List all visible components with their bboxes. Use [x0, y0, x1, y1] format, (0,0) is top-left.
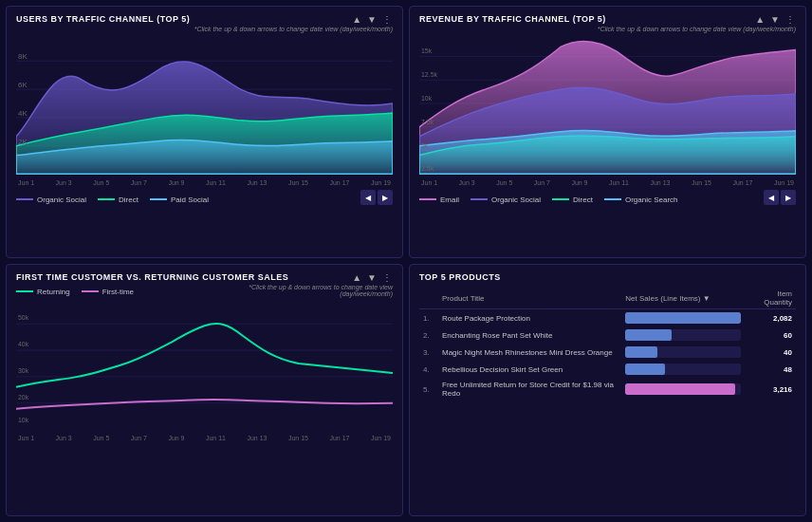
svg-text:4K: 4K	[18, 109, 28, 118]
revenue-traffic-controls: ▲ ▼ ⋮	[754, 14, 796, 25]
users-traffic-chart: 8K 6K 4K 2K	[16, 32, 393, 175]
svg-text:6K: 6K	[18, 81, 28, 89]
users-traffic-note: *Click the up & down arrows to change da…	[16, 26, 393, 32]
legend-returning: Returning	[16, 286, 70, 297]
revenue-down-btn[interactable]: ▼	[769, 14, 781, 25]
up-arrow-btn[interactable]: ▲	[351, 14, 362, 25]
fr-chart: 50k 40k 30k 20k 10k	[16, 297, 393, 430]
svg-text:10k: 10k	[18, 417, 29, 423]
fr-note: *Click the up & down arrows to change da…	[241, 284, 393, 297]
svg-text:2K: 2K	[18, 138, 28, 146]
table-row: 1. Route Package Protection 2,082	[419, 309, 796, 327]
revenue-traffic-chart: 15k 12.5k 10k 7.5k 5k 2.5k	[419, 32, 796, 175]
first-returning-title: FIRST TIME CUSTOMER VS. RETURNING CUSTOM…	[16, 272, 288, 282]
revenue-traffic-title: REVENUE BY TRAFFIC CHANNEL (TOP 5)	[419, 14, 606, 24]
top-products-title: TOP 5 PRODUCTS	[419, 272, 796, 282]
row-bar-5	[621, 378, 745, 401]
svg-text:50k: 50k	[18, 314, 29, 321]
legend-paid-social: Paid Social	[150, 196, 209, 204]
svg-text:12.5k: 12.5k	[421, 71, 438, 78]
users-legend: Organic Social Direct Paid Social	[16, 196, 209, 204]
top-products-panel: TOP 5 PRODUCTS Product Title Net Sales (…	[409, 264, 806, 516]
dashboard: USERS BY TRAFFIC CHANNEL (TOP 5) ▲ ▼ ⋮ *…	[0, 0, 812, 522]
legend-firsttime: First-time	[82, 286, 134, 297]
first-returning-controls: ▲ ▼ ⋮	[351, 272, 393, 283]
users-traffic-controls: ▲ ▼ ⋮	[351, 14, 393, 25]
row-qty-4: 48	[745, 361, 796, 378]
legend-email: Email	[419, 196, 459, 204]
revenue-nav-arrows: ◀ ▶	[764, 190, 796, 205]
svg-text:15k: 15k	[421, 47, 433, 54]
legend-organic-social: Organic Social	[16, 196, 86, 204]
row-product-2: Enchanting Rose Pant Set White	[438, 326, 621, 344]
next-arrow[interactable]: ▶	[378, 190, 393, 205]
fr-x-axis: Jun 1 Jun 3 Jun 5 Jun 7 Jun 9 Jun 11 Jun…	[16, 435, 393, 441]
revenue-x-axis: Jun 1 Jun 3 Jun 5 Jun 7 Jun 9 Jun 11 Jun…	[419, 179, 796, 186]
row-bar-1	[621, 309, 745, 327]
fr-up-btn[interactable]: ▲	[351, 272, 362, 283]
fr-legend: Returning First-time	[16, 286, 134, 297]
users-nav-arrows: ◀ ▶	[360, 190, 393, 205]
svg-text:20k: 20k	[18, 394, 29, 401]
table-row: 2. Enchanting Rose Pant Set White 60	[419, 326, 796, 344]
row-rank-5: 5.	[419, 378, 438, 401]
row-qty-2: 60	[745, 326, 796, 344]
svg-text:5k: 5k	[421, 142, 429, 149]
products-table: Product Title Net Sales (Line Items) ▼ I…	[419, 288, 796, 401]
fr-menu-btn[interactable]: ⋮	[381, 272, 393, 283]
row-qty-5: 3,216	[745, 378, 796, 401]
table-row: 4. Rebellious Decision Skirt Set Green 4…	[419, 361, 796, 378]
row-bar-4	[621, 361, 745, 378]
users-x-axis: Jun 1 Jun 3 Jun 5 Jun 7 Jun 9 Jun 11 Jun…	[16, 179, 393, 186]
row-rank-3: 3.	[419, 344, 438, 361]
row-qty-3: 40	[745, 344, 796, 361]
qty-col-header: Item Quantity	[745, 288, 796, 309]
svg-text:40k: 40k	[18, 341, 29, 347]
rank-col-header	[419, 288, 438, 309]
legend-paid-social-dot	[150, 198, 167, 200]
row-bar-2	[621, 326, 745, 344]
prev-arrow[interactable]: ◀	[360, 190, 376, 205]
first-returning-panel: FIRST TIME CUSTOMER VS. RETURNING CUSTOM…	[6, 264, 403, 516]
svg-text:2.5k: 2.5k	[421, 165, 434, 172]
row-qty-1: 2,082	[745, 309, 796, 327]
row-bar-3	[621, 344, 745, 361]
revenue-legend: Email Organic Social Direct Organic Sear…	[419, 196, 678, 204]
legend-direct-dot	[98, 198, 115, 200]
svg-text:10k: 10k	[421, 95, 433, 102]
users-traffic-title: USERS BY TRAFFIC CHANNEL (TOP 5)	[16, 14, 190, 24]
product-col-header: Product Title	[438, 288, 621, 309]
svg-text:8K: 8K	[18, 52, 28, 61]
svg-text:7.5k: 7.5k	[421, 119, 434, 125]
row-product-5: Free Unlimited Return for Store Credit f…	[438, 378, 621, 401]
svg-text:30k: 30k	[18, 367, 29, 374]
legend-direct: Direct	[98, 196, 138, 204]
revenue-up-btn[interactable]: ▲	[754, 14, 766, 25]
row-rank-4: 4.	[419, 361, 438, 378]
row-product-1: Route Package Protection	[438, 309, 621, 327]
row-rank-1: 1.	[419, 309, 438, 327]
fr-down-btn[interactable]: ▼	[366, 272, 378, 283]
down-arrow-btn[interactable]: ▼	[366, 14, 378, 25]
table-row: 3. Magic Night Mesh Rhinestones Mini Dre…	[419, 344, 796, 361]
revenue-traffic-panel: REVENUE BY TRAFFIC CHANNEL (TOP 5) ▲ ▼ ⋮…	[409, 6, 806, 258]
row-product-4: Rebellious Decision Skirt Set Green	[438, 361, 621, 378]
legend-rev-organic-social: Organic Social	[471, 196, 541, 204]
revenue-menu-btn[interactable]: ⋮	[784, 14, 796, 25]
legend-organic-search: Organic Search	[604, 196, 678, 204]
users-traffic-panel: USERS BY TRAFFIC CHANNEL (TOP 5) ▲ ▼ ⋮ *…	[6, 6, 403, 258]
row-product-3: Magic Night Mesh Rhinestones Mini Dress …	[438, 344, 621, 361]
revenue-next-arrow[interactable]: ▶	[781, 190, 796, 205]
table-row: 5. Free Unlimited Return for Store Credi…	[419, 378, 796, 401]
legend-organic-social-dot	[16, 198, 33, 200]
legend-rev-direct: Direct	[552, 196, 593, 204]
sales-col-header[interactable]: Net Sales (Line Items) ▼	[621, 288, 745, 309]
row-rank-2: 2.	[419, 326, 438, 344]
revenue-prev-arrow[interactable]: ◀	[764, 190, 779, 205]
revenue-traffic-note: *Click the up & down arrows to change da…	[419, 26, 796, 32]
menu-btn[interactable]: ⋮	[381, 14, 393, 25]
